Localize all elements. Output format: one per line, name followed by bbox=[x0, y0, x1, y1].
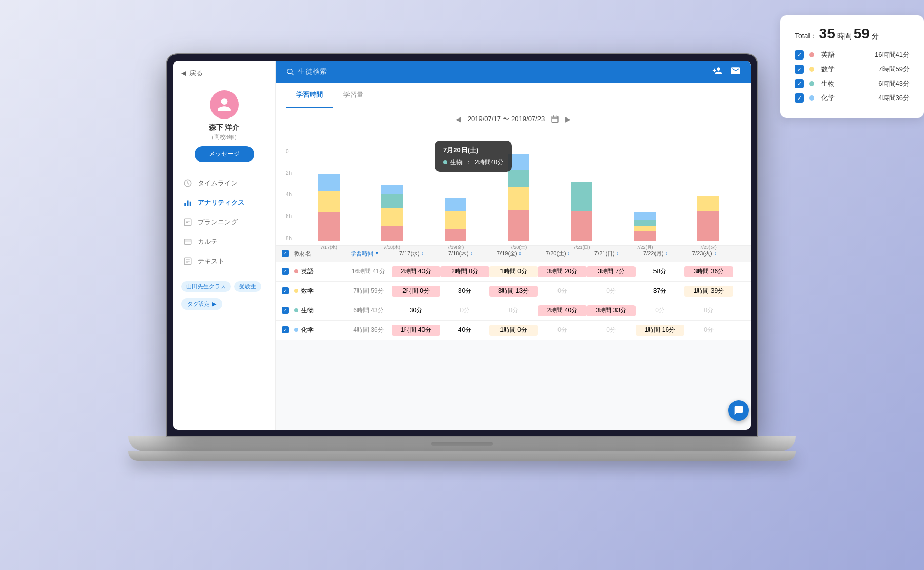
bar-label-5: 7/22(月) bbox=[637, 244, 653, 251]
subject-label-english: 英語 bbox=[301, 267, 314, 276]
total-minutes-unit: 分 bbox=[872, 32, 879, 41]
laptop-foot bbox=[128, 451, 796, 461]
legend-item-biology[interactable]: 生物 6時間43分 bbox=[795, 79, 910, 88]
tab-study-amount[interactable]: 学習量 bbox=[333, 83, 374, 108]
legend-check-biology bbox=[795, 79, 804, 88]
sidebar-item-analytics[interactable]: アナリティクス bbox=[173, 193, 275, 212]
total-hours: 35 bbox=[819, 26, 835, 42]
th-day-3[interactable]: 7/20(土) ↕ bbox=[546, 250, 594, 258]
tooltip-dot bbox=[443, 160, 447, 164]
row-day-math-6: 1時間 39分 bbox=[684, 286, 733, 297]
table-row-chemistry: 化学 4時間 36分 1時間 40分 40分 1時間 0分 0分 0分 1時間 … bbox=[276, 321, 751, 340]
sidebar-item-card[interactable]: カルテ bbox=[173, 232, 275, 251]
row-name-english: 英語 bbox=[294, 267, 345, 276]
legend-item-english[interactable]: 英語 16時間41分 bbox=[795, 50, 910, 60]
calendar-icon bbox=[551, 115, 559, 123]
row-total-chemistry: 4時間 36分 bbox=[345, 326, 392, 335]
row-day-english-5: 58分 bbox=[636, 266, 684, 277]
row-check-math[interactable] bbox=[282, 287, 294, 294]
row-day-biology-4: 3時間 33分 bbox=[587, 305, 636, 316]
chat-fab-button[interactable] bbox=[728, 400, 749, 421]
th-day-0[interactable]: 7/17(水) ↕ bbox=[399, 250, 448, 258]
bar-group-0: 7/17(水) bbox=[298, 149, 359, 241]
search-bar: 生徒検索 bbox=[276, 61, 751, 83]
bar-seg-chemistry-2 bbox=[445, 198, 466, 211]
row-day-chemistry-6: 0分 bbox=[684, 325, 733, 336]
row-name-biology: 生物 bbox=[294, 306, 345, 315]
th-day-2[interactable]: 7/19(金) ↕ bbox=[497, 250, 546, 258]
back-icon: ◀ bbox=[181, 69, 186, 77]
bar-seg-biology-3 bbox=[508, 170, 529, 187]
row-check-chemistry[interactable] bbox=[282, 326, 294, 333]
data-table: 教材名 学習時間 ▼ 7/17(水) ↕ 7/18(木) ↕ 7/19(金) ↕… bbox=[276, 245, 751, 340]
sort-arrow-4: ↕ bbox=[617, 251, 619, 256]
total-hours-unit: 時間 bbox=[837, 32, 852, 41]
svg-point-13 bbox=[287, 69, 292, 73]
user-name: 森下 洋介 bbox=[209, 123, 240, 132]
bar-seg-biology-5 bbox=[634, 220, 656, 226]
tab-study-time[interactable]: 学習時間 bbox=[286, 83, 333, 108]
tag-settings-label: タグ設定 bbox=[187, 300, 210, 308]
legend-dot-english bbox=[809, 52, 814, 57]
tooltip-value: 2時間40分 bbox=[475, 158, 504, 167]
bar-seg-english-6 bbox=[697, 211, 719, 241]
row-day-biology-0: 30分 bbox=[392, 305, 440, 316]
date-prev-button[interactable]: ◀ bbox=[456, 115, 461, 123]
sidebar-item-text[interactable]: テキスト bbox=[173, 251, 275, 271]
sort-arrow-time: ▼ bbox=[375, 251, 379, 256]
user-profile: 森下 洋介 （高校3年） メッセージ bbox=[173, 82, 275, 168]
row-day-english-4: 3時間 7分 bbox=[587, 266, 636, 277]
row-day-english-0: 2時間 40分 bbox=[392, 266, 440, 277]
tooltip-row: 生物： 2時間40分 bbox=[443, 158, 504, 167]
legend-check-math bbox=[795, 65, 804, 74]
bar-stack-2 bbox=[445, 194, 466, 241]
bar-seg-math-5 bbox=[634, 226, 656, 231]
avatar bbox=[210, 90, 239, 119]
bar-group-6: 7/23(火) bbox=[678, 149, 739, 241]
header-checkbox[interactable] bbox=[282, 250, 289, 257]
text-icon bbox=[183, 257, 192, 266]
row-day-english-1: 2時間 0分 bbox=[440, 266, 489, 277]
th-day-4[interactable]: 7/21(日) ↕ bbox=[594, 250, 643, 258]
row-day-math-4: 0分 bbox=[587, 286, 636, 297]
chart-area: 7月20日(土) 生物： 2時間40分 8h 6h 4h bbox=[276, 130, 751, 245]
row-day-biology-3: 2時間 40分 bbox=[538, 305, 587, 316]
bar-group-4: 7/21(日) bbox=[551, 149, 612, 241]
th-day-6[interactable]: 7/23(火) ↕ bbox=[692, 250, 741, 258]
date-range-bar: ◀ 2019/07/17 〜 2019/07/23 ▶ bbox=[276, 108, 751, 130]
bar-seg-chemistry-0 bbox=[318, 174, 340, 191]
row-day-biology-2: 0分 bbox=[489, 305, 538, 316]
sidebar-item-timeline[interactable]: タイムライン bbox=[173, 173, 275, 193]
row-day-chemistry-4: 0分 bbox=[587, 325, 636, 336]
row-check-english[interactable] bbox=[282, 268, 294, 275]
chevron-right-icon: ▶ bbox=[212, 301, 216, 307]
bar-group-5: 7/22(月) bbox=[614, 149, 676, 241]
row-check-biology[interactable] bbox=[282, 307, 294, 314]
th-time[interactable]: 学習時間 ▼ bbox=[351, 250, 399, 258]
subject-label-biology: 生物 bbox=[301, 306, 314, 315]
message-button[interactable]: メッセージ bbox=[195, 146, 254, 162]
sidebar-item-planning[interactable]: プランニング bbox=[173, 212, 275, 232]
legend-item-math[interactable]: 数学 7時間59分 bbox=[795, 65, 910, 74]
search-wrap[interactable]: 生徒検索 bbox=[286, 67, 327, 76]
svg-rect-15 bbox=[552, 116, 558, 122]
date-next-button[interactable]: ▶ bbox=[565, 115, 571, 123]
svg-rect-3 bbox=[190, 201, 191, 206]
subject-label-chemistry: 化学 bbox=[301, 326, 314, 335]
user-grade: （高校3年） bbox=[208, 133, 240, 141]
legend-item-chemistry[interactable]: 化学 4時間36分 bbox=[795, 93, 910, 103]
th-day-5[interactable]: 7/22(月) ↕ bbox=[643, 250, 692, 258]
svg-rect-2 bbox=[187, 200, 189, 206]
person-add-icon[interactable] bbox=[712, 66, 722, 78]
back-button[interactable]: ◀ 戻る bbox=[173, 61, 275, 82]
bar-seg-math-2 bbox=[445, 211, 466, 229]
tag-settings-button[interactable]: タグ設定 ▶ bbox=[181, 298, 222, 310]
mail-icon[interactable] bbox=[730, 66, 741, 78]
main-content: 生徒検索 学 bbox=[276, 61, 751, 430]
row-day-chemistry-0: 1時間 40分 bbox=[392, 325, 440, 336]
bar-stack-1 bbox=[381, 184, 403, 241]
bar-label-2: 7/19(金) bbox=[447, 244, 464, 251]
th-day-1[interactable]: 7/18(木) ↕ bbox=[448, 250, 497, 258]
search-action-icons bbox=[712, 66, 741, 78]
legend-label-biology: 生物 bbox=[821, 79, 873, 88]
